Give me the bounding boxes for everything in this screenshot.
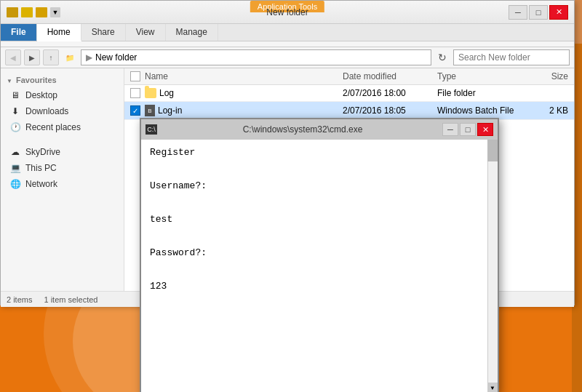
tab-file[interactable]: File (1, 24, 37, 41)
title-bar-app-icons: ▼ (7, 7, 60, 17)
col-header-type[interactable]: Type (437, 71, 525, 81)
sidebar-main-section: ☁ SkyDrive 💻 This PC 🌐 Network (1, 144, 124, 192)
sidebar-favourites-header: ▼ Favourites (1, 73, 124, 87)
sidebar-label-desktop: Desktop (25, 90, 57, 100)
sidebar-label-skydrive: SkyDrive (25, 147, 60, 157)
file-name-login: B Log-in (145, 105, 343, 116)
cmd-scrollbar-thumb[interactable] (487, 140, 498, 161)
sidebar-favourites-section: ▼ Favourites 🖥 Desktop ⬇ Downloads 🕐 Rec… (1, 73, 124, 135)
refresh-btn[interactable]: ↻ (434, 49, 450, 65)
checkbox-login[interactable]: ✓ (130, 105, 140, 116)
explorer-title-bar: ▼ Application Tools New folder ─ □ ✕ (1, 1, 574, 24)
sidebar-label-thispc: This PC (25, 163, 57, 173)
status-selected: 1 item selected (44, 295, 97, 304)
file-list-header: Name Date modified Type Size (124, 68, 574, 85)
ribbon-content (1, 41, 574, 47)
cmd-close-btn[interactable]: ✕ (477, 123, 493, 136)
cmd-line-username-value: test (150, 214, 489, 225)
cmd-title-text: C:\windows\system32\cmd.exe (163, 124, 442, 135)
col-header-size[interactable]: Size (525, 71, 568, 81)
file-type-log: File folder (437, 88, 525, 98)
address-separator: ▶ (86, 52, 92, 63)
explorer-close-btn[interactable]: ✕ (549, 5, 568, 20)
file-name-log: Log (145, 88, 343, 98)
cmd-window: C:\ C:\windows\system32\cmd.exe ─ □ ✕ Re… (140, 118, 499, 392)
cmd-line-blank2 (150, 197, 489, 208)
up-btn[interactable]: ↑ (43, 49, 59, 65)
cmd-controls: ─ □ ✕ (442, 123, 493, 136)
cmd-line-password-prompt: Password?: (150, 247, 489, 258)
sidebar-label-recent: Recent places (25, 122, 81, 132)
address-path[interactable]: ▶ New folder (81, 49, 431, 65)
skydrive-icon: ☁ (9, 146, 21, 158)
app-icon-3 (36, 7, 47, 17)
explorer-window-controls: ─ □ ✕ (509, 5, 568, 20)
cmd-scrollbar-down-btn[interactable]: ▼ (487, 383, 498, 392)
desktop-icon: 🖥 (9, 89, 21, 101)
file-label-log: Log (159, 88, 174, 98)
cmd-line-blank1 (150, 164, 489, 175)
tab-home[interactable]: Home (37, 24, 81, 41)
sidebar: ▼ Favourites 🖥 Desktop ⬇ Downloads 🕐 Rec… (1, 68, 124, 291)
file-type-login: Windows Batch File (437, 105, 525, 116)
cmd-line-password-value: 123 (150, 281, 489, 292)
checkbox-log[interactable] (130, 88, 140, 98)
header-checkbox[interactable] (130, 71, 140, 81)
batch-icon-login: B (145, 105, 155, 116)
app-context-label: Application Tools (250, 1, 324, 12)
app-icon-2 (21, 7, 33, 17)
address-path-text: New folder (95, 52, 137, 63)
sidebar-spacer (1, 138, 124, 144)
row-check-login: ✓ (130, 105, 145, 116)
sidebar-item-thispc[interactable]: 💻 This PC (1, 160, 124, 176)
file-label-login: Log-in (158, 105, 182, 116)
explorer-minimize-btn[interactable]: ─ (509, 5, 527, 20)
sidebar-item-network[interactable]: 🌐 Network (1, 176, 124, 192)
explorer-maximize-btn[interactable]: □ (529, 5, 548, 20)
ribbon-tabs: File Home Share View Manage (1, 24, 574, 41)
col-header-check (130, 71, 145, 81)
row-check-log (130, 88, 145, 98)
address-bar: ◀ ▶ ↑ 📁 ▶ New folder ↻ (1, 47, 574, 68)
file-date-log: 2/07/2016 18:00 (343, 88, 437, 98)
cmd-scrollbar[interactable]: ▼ (487, 140, 498, 392)
cmd-content: Register Username?: test Password?: 123 … (141, 140, 498, 392)
file-date-login: 2/07/2016 18:05 (343, 105, 437, 116)
cmd-line-username-prompt: Username?: (150, 180, 489, 191)
thispc-icon: 💻 (9, 162, 21, 174)
cmd-line-blank3 (150, 231, 489, 241)
sidebar-item-desktop[interactable]: 🖥 Desktop (1, 87, 124, 103)
sidebar-item-skydrive[interactable]: ☁ SkyDrive (1, 144, 124, 160)
col-header-name[interactable]: Name (145, 71, 343, 81)
cmd-title-bar: C:\ C:\windows\system32\cmd.exe ─ □ ✕ (141, 119, 498, 140)
recent-icon: 🕐 (9, 121, 21, 133)
tab-share[interactable]: Share (81, 24, 126, 41)
location-icon: 📁 (62, 49, 78, 65)
file-size-login: 2 KB (525, 105, 568, 116)
file-row-log[interactable]: Log 2/07/2016 18:00 File folder (124, 85, 574, 102)
cmd-line-blank4 (150, 264, 489, 275)
search-input[interactable] (453, 49, 570, 65)
status-item-count: 2 items (7, 295, 32, 304)
app-icon-1 (7, 7, 18, 17)
sidebar-label-network: Network (25, 179, 57, 189)
sidebar-item-downloads[interactable]: ⬇ Downloads (1, 103, 124, 119)
tab-manage[interactable]: Manage (166, 24, 218, 41)
tab-view[interactable]: View (126, 24, 166, 41)
sidebar-item-recent[interactable]: 🕐 Recent places (1, 119, 124, 135)
cmd-minimize-btn[interactable]: ─ (442, 123, 458, 136)
network-icon: 🌐 (9, 178, 21, 190)
cmd-icon: C:\ (146, 124, 157, 135)
folder-icon-log (145, 88, 156, 98)
downloads-icon: ⬇ (9, 105, 21, 117)
col-header-date[interactable]: Date modified (343, 71, 437, 81)
sidebar-label-downloads: Downloads (25, 106, 68, 116)
cmd-maximize-btn[interactable]: □ (460, 123, 476, 136)
cmd-line-register: Register (150, 147, 489, 158)
back-btn[interactable]: ◀ (5, 49, 21, 65)
forward-btn[interactable]: ▶ (24, 49, 40, 65)
